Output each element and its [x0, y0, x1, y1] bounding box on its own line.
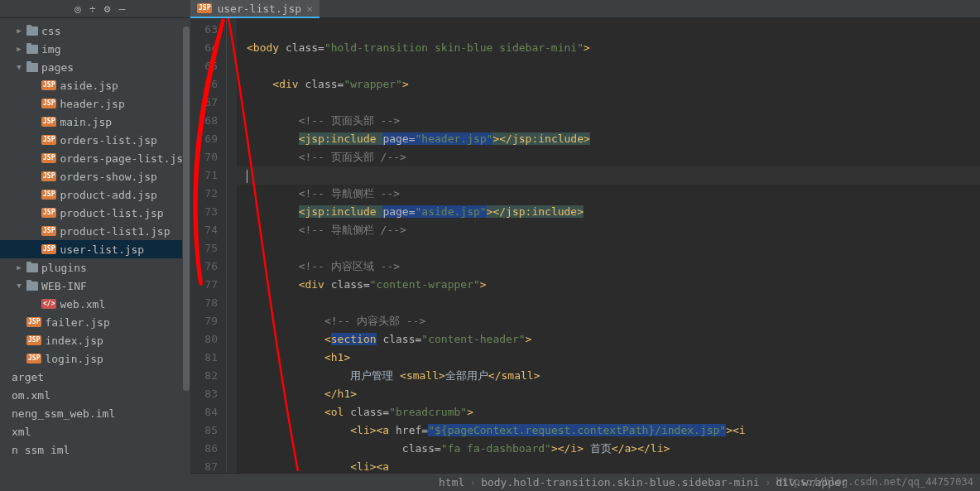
target-icon[interactable]: ◎ — [74, 2, 81, 15]
watermark: https://blog.csdn.net/qq_44757034 — [776, 476, 973, 488]
minimize-icon[interactable]: — — [118, 2, 125, 15]
tree-node[interactable]: </>web.xml — [0, 295, 190, 313]
tree-node[interactable]: arget — [0, 368, 190, 386]
tree-node[interactable]: JSPproduct-list.jsp — [0, 204, 190, 222]
tree-node[interactable]: JSPproduct-add.jsp — [0, 185, 190, 204]
tree-node[interactable]: neng_ssm_web.iml — [0, 404, 190, 422]
tree-node[interactable]: ▶css — [0, 22, 190, 40]
tab-label: user-list.jsp — [217, 2, 301, 15]
tree-node[interactable]: JSPuser-list.jsp — [0, 240, 190, 258]
breadcrumb-item[interactable]: html — [439, 476, 464, 489]
sidebar-scrollbar[interactable] — [182, 18, 190, 491]
tree-node[interactable]: ▶img — [0, 40, 190, 58]
code-content[interactable]: <body class="hold-transition skin-blue s… — [237, 18, 980, 473]
tree-node[interactable]: ▼WEB-INF — [0, 277, 190, 295]
title-bar: ◎ ÷ ⚙ — JSP user-list.jsp × — [0, 0, 980, 18]
project-tree[interactable]: ▶css▶img▼pagesJSPaside.jspJSPheader.jspJ… — [0, 18, 190, 491]
tree-node[interactable]: ▼pages — [0, 58, 190, 76]
tree-node[interactable]: JSPorders-list.jsp — [0, 131, 190, 149]
jsp-file-icon: JSP — [197, 3, 212, 13]
tree-node[interactable]: JSPorders-page-list.jsp — [0, 149, 190, 167]
gear-icon[interactable]: ⚙ — [104, 2, 111, 15]
collapse-icon[interactable]: ÷ — [89, 2, 96, 15]
tree-node[interactable]: JSPmain.jsp — [0, 113, 190, 131]
editor-tabs: JSP user-list.jsp × — [190, 0, 980, 17]
tree-node[interactable]: JSPheader.jsp — [0, 94, 190, 113]
code-editor[interactable]: 6364656667686970717273747576777879808182… — [190, 18, 980, 491]
tree-node[interactable]: JSPfailer.jsp — [0, 313, 190, 331]
tree-node[interactable]: xml — [0, 422, 190, 440]
line-gutter: 6364656667686970717273747576777879808182… — [190, 18, 227, 473]
tab-user-list[interactable]: JSP user-list.jsp × — [190, 0, 319, 18]
tree-node[interactable]: n ssm iml — [0, 440, 190, 459]
breadcrumb-item[interactable]: body.hold-transition.skin-blue.sidebar-m… — [481, 476, 760, 489]
tree-node[interactable]: JSPindex.jsp — [0, 331, 190, 349]
tree-node[interactable]: JSPproduct-list1.jsp — [0, 222, 190, 240]
tree-node[interactable]: JSPorders-show.jsp — [0, 167, 190, 185]
tree-node[interactable]: om.xml — [0, 386, 190, 404]
tree-node[interactable]: JSPlogin.jsp — [0, 349, 190, 368]
tree-node[interactable]: JSPaside.jsp — [0, 76, 190, 94]
close-icon[interactable]: × — [306, 2, 313, 15]
fold-strip[interactable] — [227, 18, 237, 473]
tree-node[interactable]: ▶plugins — [0, 258, 190, 277]
